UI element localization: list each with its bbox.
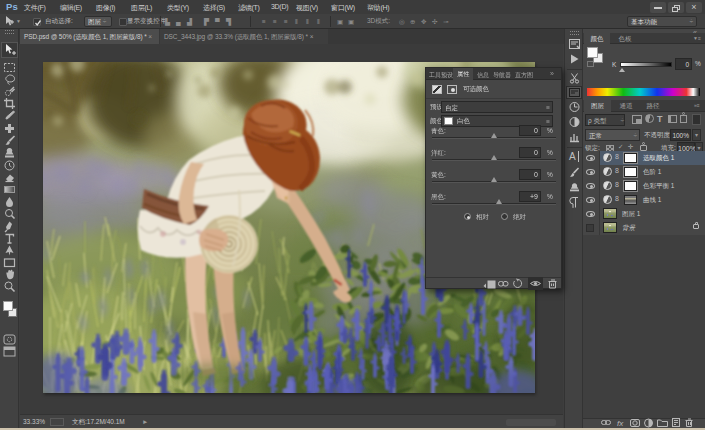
- svg-text:A: A: [569, 151, 576, 162]
- svg-text:fx: fx: [617, 419, 624, 428]
